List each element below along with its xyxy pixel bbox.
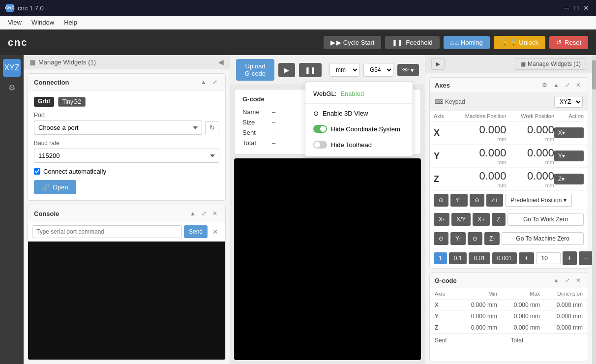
gcode-x-min: 0.000 mm [454, 302, 497, 308]
jog-y-minus-button[interactable]: Y- [450, 232, 466, 245]
connection-collapse-button[interactable]: ▲ [199, 78, 209, 87]
icon-sidebar: XYZ ⚙ [0, 55, 24, 364]
step-01-button[interactable]: 0.1 [449, 252, 467, 264]
cycle-start-button[interactable]: ▶ ▶ Cycle Start [324, 36, 381, 49]
gcode-widget-close-button[interactable]: ✕ [574, 276, 583, 285]
gcode-widget-collapse-button[interactable]: ▲ [551, 276, 561, 285]
jog-x-plus-button[interactable]: X+ [473, 213, 490, 226]
step-brightness-button[interactable]: ☀ [519, 252, 534, 264]
minimize-button[interactable]: ─ [563, 4, 570, 12]
port-select[interactable]: Choose a port [34, 121, 202, 135]
gcode-y-min: 0.000 mm [454, 313, 497, 320]
console-widget: Console ▲ ⤢ ✕ Send ✕ [28, 205, 226, 360]
jog-z-zero-button[interactable]: Z [492, 213, 505, 226]
console-expand-button[interactable]: ⤢ [200, 209, 209, 218]
menu-help[interactable]: Help [60, 18, 81, 27]
console-close-button[interactable]: ✕ [210, 209, 219, 218]
xyz-mode-select[interactable]: XYZ [554, 96, 583, 108]
port-refresh-button[interactable]: ↻ [205, 121, 219, 134]
predefined-position-button[interactable]: Predefined Position ▾ [505, 194, 571, 207]
jog-circle-3-button[interactable]: ⊙ [434, 232, 448, 245]
unlock-button[interactable]: 🔓 🔓 Unlock [494, 36, 545, 49]
connection-expand-button[interactable]: ⤢ [210, 78, 219, 87]
brand-label: cnc [8, 37, 320, 48]
widgets-right-icon: ▦ [520, 61, 526, 67]
manage-widgets-button[interactable]: ▦ Manage Widgets (1) [30, 59, 96, 66]
menu-view[interactable]: View [4, 18, 26, 27]
step-1-button[interactable]: 1 [434, 252, 447, 264]
close-button[interactable]: ✕ [582, 4, 590, 12]
gcode-min-col: Min [454, 291, 497, 297]
axis-y-action-button[interactable]: Y ▾ [554, 151, 584, 161]
jog-z-minus-button[interactable]: Z- [484, 232, 500, 245]
reset-label: Reset [565, 39, 581, 46]
right-manage-widgets-button[interactable]: ▦ Manage Widgets (1) [515, 58, 586, 70]
grbl-badge[interactable]: Grbl [34, 97, 54, 107]
enable-3d-view-item[interactable]: ⊙ Enable 3D View [305, 106, 413, 121]
right-scrollbar-thumb[interactable] [592, 60, 596, 90]
axis-z-work-pos: 0.000 mm [507, 170, 555, 188]
axes-expand-button[interactable]: ⤢ [563, 81, 572, 90]
upload-gcode-button[interactable]: Upload G-code [236, 59, 274, 81]
connection-widget-header: Connection ▲ ⤢ [28, 74, 225, 91]
jog-circle-4-button[interactable]: ⊙ [468, 232, 482, 245]
console-widget-actions: ▲ ⤢ ✕ [188, 209, 219, 218]
gcode-y-max: 0.000 mm [497, 313, 540, 320]
play-icon: ▶ [330, 39, 335, 46]
settings-button[interactable]: ⚙ [3, 79, 21, 96]
jog-circle-1-button[interactable]: ⊙ [434, 194, 448, 207]
home-icon: ⌂ [450, 39, 454, 46]
jog-x-minus-button[interactable]: X- [434, 213, 449, 226]
xyz-view-button[interactable]: XYZ [3, 59, 21, 77]
goto-machine-zero-button[interactable]: Go To Machine Zero [502, 232, 584, 245]
jog-y-plus-button[interactable]: Y+ [450, 194, 468, 207]
step-0001-button[interactable]: 0.001 [492, 252, 517, 264]
gcode-x-max: 0.000 mm [497, 302, 540, 308]
controller-type-row: Grbl TinyG2 [34, 97, 219, 107]
pause-button[interactable]: ❚❚ [299, 63, 322, 77]
axes-header: Axes ⚙ ▲ ⤢ ✕ [430, 78, 588, 93]
collapse-left-panel-button[interactable]: ◀ [218, 58, 224, 66]
console-input-row: Send ✕ [28, 222, 225, 242]
tinyg2-badge[interactable]: TinyG2 [58, 97, 86, 107]
jog-circle-2-button[interactable]: ⊙ [470, 194, 484, 207]
hide-toolhead-toggle-icon [313, 141, 327, 149]
step-decrement-button[interactable]: − [579, 251, 592, 265]
axis-x-action-button[interactable]: X ▾ [554, 127, 584, 138]
expand-right-panel-button[interactable]: ▶ [431, 58, 445, 70]
goto-work-zero-button[interactable]: Go To Work Zero [507, 213, 584, 226]
play-button[interactable]: ▶ [278, 63, 295, 77]
view-options-button[interactable]: 👁 ▾ [397, 64, 419, 76]
coordinate-select[interactable]: G54 G55 [363, 63, 393, 77]
homing-button[interactable]: ⌂ ⌂ Homing [444, 36, 490, 49]
step-001-button[interactable]: 0.01 [469, 252, 490, 264]
maximize-button[interactable]: □ [572, 4, 580, 12]
open-connection-button[interactable]: 🔗 Open [34, 180, 76, 194]
auto-connect-checkbox[interactable] [34, 168, 40, 175]
baud-rate-select[interactable]: 115200 57600 38400 [34, 149, 219, 163]
console-send-button[interactable]: Send [184, 225, 208, 238]
jog-z-plus-button[interactable]: Z+ [486, 194, 503, 207]
reset-button[interactable]: ↺ Reset [549, 36, 588, 49]
menu-window[interactable]: Window [28, 18, 58, 27]
jog-xy-button[interactable]: X/Y [451, 213, 471, 226]
feedhold-icon: ❚❚ [392, 39, 403, 46]
feedhold-button[interactable]: ❚❚ Feedhold [385, 36, 439, 49]
unit-select[interactable]: mm inch [329, 63, 359, 77]
widgets-icon: ▦ [30, 59, 35, 66]
axes-settings-button[interactable]: ⚙ [540, 81, 549, 90]
webgl-label: WebGL: [313, 90, 336, 97]
axes-collapse-button[interactable]: ▲ [551, 81, 561, 90]
gcode-widget-expand-button[interactable]: ⤢ [563, 276, 572, 285]
step-increment-button[interactable]: + [563, 251, 577, 265]
console-command-input[interactable] [32, 225, 182, 238]
hide-coord-system-item[interactable]: Hide Coordinate System [305, 121, 413, 137]
hide-toolhead-item[interactable]: Hide Toolhead [305, 137, 413, 152]
right-scrollbar[interactable] [592, 55, 596, 364]
axes-close-button[interactable]: ✕ [574, 81, 583, 90]
console-clear-button[interactable]: ✕ [209, 225, 221, 238]
console-collapse-button[interactable]: ▲ [188, 209, 198, 218]
view-dropdown-menu: WebGL: Enabled ⊙ Enable 3D View Hide Coo… [305, 82, 413, 157]
axis-z-action-button[interactable]: Z ▾ [554, 174, 584, 184]
step-value-input[interactable] [536, 252, 561, 264]
